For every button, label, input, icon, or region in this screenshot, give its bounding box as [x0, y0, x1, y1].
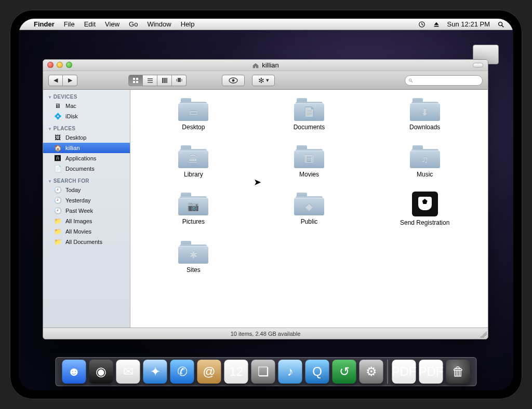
content-area[interactable]: ▭Desktop📄Documents⬇Downloads🏛Library🎞Mov…	[130, 90, 488, 328]
sidebar-item-all-documents[interactable]: 📁All Documents	[43, 237, 130, 247]
sidebar-item-killian[interactable]: 🏠killian	[43, 143, 130, 153]
titlebar[interactable]: killian	[43, 60, 488, 71]
sidebar-header[interactable]: PLACES	[43, 125, 130, 132]
dock-timemachine[interactable]: ↺	[332, 360, 356, 384]
sidebar-item-idisk[interactable]: 💠iDisk	[43, 111, 130, 121]
menu-edit[interactable]: Edit	[79, 20, 100, 28]
dock-trash[interactable]: 🗑	[446, 360, 470, 384]
folder-icon: 📄	[294, 97, 324, 121]
menu-go[interactable]: Go	[124, 20, 142, 28]
svg-rect-5	[136, 78, 138, 80]
close-button[interactable]	[47, 62, 54, 68]
svg-rect-4	[133, 78, 135, 80]
folder-icon: ▭	[178, 97, 208, 121]
item-documents[interactable]: 📄Documents	[251, 97, 367, 131]
sidebar-item-documents[interactable]: 📄Documents	[43, 163, 130, 174]
menu-view[interactable]: View	[100, 20, 124, 28]
dock-mail[interactable]: ✉	[116, 360, 140, 384]
item-label: Library	[184, 171, 203, 178]
item-pictures[interactable]: 📷Pictures	[136, 192, 251, 226]
view-coverflow-button[interactable]	[172, 75, 187, 86]
toolbar-toggle-button[interactable]	[473, 63, 483, 67]
item-music[interactable]: ♫Music	[367, 144, 483, 178]
dock-addressbook[interactable]: @	[197, 360, 221, 384]
sidebar-item-label: All Movies	[65, 228, 91, 235]
sidebar-header[interactable]: SEARCH FOR	[43, 177, 130, 185]
documents-icon: 📄	[54, 165, 62, 173]
back-button[interactable]: ◀	[48, 75, 63, 86]
folder-icon: 🏛	[178, 144, 208, 168]
item-movies[interactable]: 🎞Movies	[251, 144, 367, 178]
quicklook-button[interactable]	[222, 75, 245, 86]
smartfolder-icon: 📁	[54, 217, 62, 225]
imac-icon: 🖥	[54, 102, 62, 110]
zoom-button[interactable]	[66, 62, 72, 68]
item-library[interactable]: 🏛Library	[136, 144, 251, 178]
dock-ichat[interactable]: ✆	[170, 360, 194, 384]
dock-pdf-2[interactable]: PDF	[419, 360, 443, 384]
item-public[interactable]: ◆Public	[251, 192, 367, 226]
clock[interactable]: Sun 12:21 PM	[444, 20, 494, 28]
minimize-button[interactable]	[57, 62, 63, 68]
home-icon: 🏠	[54, 144, 62, 152]
sidebar-item-label: Yesterday	[65, 197, 91, 203]
item-desktop[interactable]: ▭Desktop	[136, 97, 251, 131]
dock-dashboard[interactable]: ◉	[89, 360, 113, 384]
folder-icon: ♫	[410, 144, 440, 168]
sidebar-item-mac[interactable]: 🖥Mac	[43, 101, 130, 111]
folder-icon: 🎞	[294, 144, 324, 168]
item-label: Documents	[294, 124, 325, 131]
menu-window[interactable]: Window	[142, 20, 176, 28]
sidebar-item-label: Mac	[65, 103, 76, 109]
dock-pdf-1[interactable]: PDF	[392, 360, 416, 384]
folder-icon: 📷	[178, 192, 208, 215]
dock-sysprefs[interactable]: ⚙	[360, 360, 383, 384]
sidebar-item-all-images[interactable]: 📁All Images	[43, 216, 130, 226]
item-label: Send Registration	[400, 219, 449, 226]
dock-finder[interactable]: ☻	[62, 360, 86, 384]
view-icon-button[interactable]	[128, 75, 143, 86]
desktop: Finder File Edit View Go Window Help Sun…	[19, 19, 513, 390]
item-send-registration[interactable]: Send Registration	[367, 192, 483, 226]
sidebar-item-yesterday[interactable]: 🕘Yesterday	[43, 195, 130, 206]
eject-icon[interactable]	[429, 21, 444, 28]
folder-icon: ⬇	[410, 97, 440, 121]
sidebar-item-past-week[interactable]: 🕘Past Week	[43, 206, 130, 216]
dock-ical[interactable]: 12	[224, 360, 248, 384]
sidebar-item-all-movies[interactable]: 📁All Movies	[43, 226, 130, 237]
status-text: 10 items, 2.48 GB available	[231, 331, 301, 337]
timemachine-menu-icon[interactable]	[415, 21, 429, 28]
view-column-button[interactable]	[157, 75, 172, 86]
menu-help[interactable]: Help	[176, 20, 200, 28]
dock-photobooth[interactable]: ❏	[251, 360, 275, 384]
item-label: Sites	[187, 266, 201, 274]
resize-handle[interactable]	[480, 331, 487, 338]
sidebar-item-label: Desktop	[65, 134, 86, 141]
item-sites[interactable]: ✱Sites	[136, 240, 251, 274]
sidebar: DEVICES🖥Mac💠iDiskPLACES🖼Desktop🏠killian🅰…	[43, 90, 130, 328]
sidebar-item-label: All Images	[65, 218, 92, 224]
menu-file[interactable]: File	[59, 20, 79, 28]
action-button[interactable]: ✻ ▾	[252, 75, 275, 86]
search-field[interactable]	[405, 75, 483, 86]
app-menu[interactable]: Finder	[29, 20, 59, 28]
dock-safari[interactable]: ✦	[143, 360, 167, 384]
search-input[interactable]	[415, 77, 479, 84]
forward-button[interactable]: ▶	[63, 75, 77, 86]
folder-icon: ◆	[294, 192, 324, 215]
view-list-button[interactable]	[143, 75, 157, 86]
sidebar-item-label: Documents	[65, 166, 95, 172]
svg-rect-10	[148, 82, 153, 83]
sidebar-item-today[interactable]: 🕘Today	[43, 185, 130, 195]
view-switcher	[128, 75, 187, 86]
sidebar-item-desktop[interactable]: 🖼Desktop	[43, 132, 130, 143]
spotlight-icon[interactable]	[494, 21, 508, 28]
dock-itunes[interactable]: ♪	[278, 360, 302, 384]
dock: ☻◉✉✦✆@12❏♪Q↺⚙PDFPDF🗑	[56, 357, 477, 386]
item-downloads[interactable]: ⬇Downloads	[367, 97, 483, 131]
dock-quicktime[interactable]: Q	[305, 360, 329, 384]
home-icon	[252, 62, 259, 69]
sidebar-item-applications[interactable]: 🅰Applications	[43, 153, 130, 163]
svg-rect-8	[148, 78, 153, 79]
sidebar-header[interactable]: DEVICES	[43, 93, 130, 101]
